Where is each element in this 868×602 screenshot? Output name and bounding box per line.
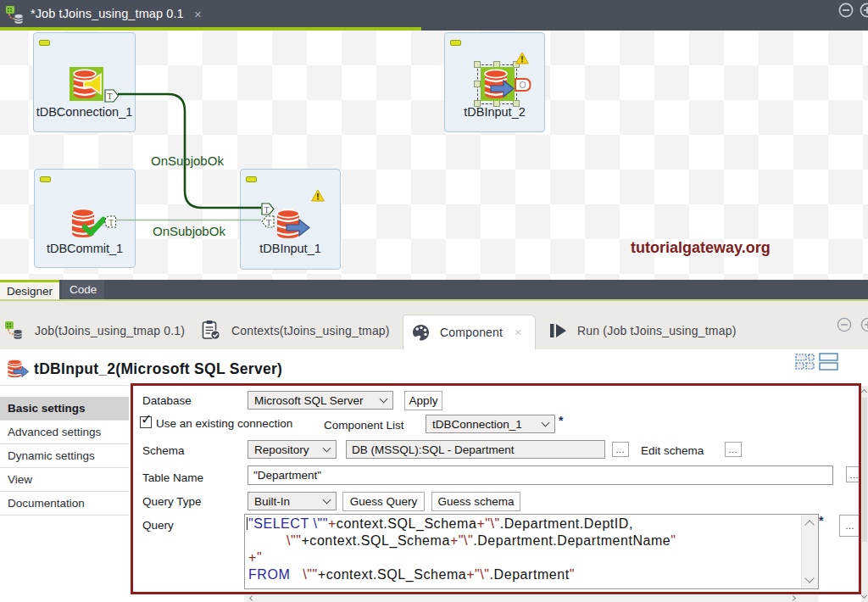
svg-text:T: T bbox=[107, 92, 112, 101]
panel-maximize-icon[interactable] bbox=[860, 317, 868, 332]
schema-type-select[interactable]: Repository bbox=[248, 440, 337, 459]
table-name-browse-button[interactable]: … bbox=[846, 466, 863, 482]
run-icon bbox=[549, 322, 567, 339]
svg-text:O: O bbox=[519, 80, 526, 90]
schema-browse-button[interactable]: … bbox=[612, 442, 629, 457]
minimize-view-icon[interactable] bbox=[838, 3, 854, 18]
scrollbar-thumb[interactable] bbox=[862, 398, 867, 542]
svg-text:T: T bbox=[108, 218, 114, 227]
tab-run[interactable]: Run (Job tJoins_using_tmap) bbox=[549, 301, 737, 349]
svg-text:T: T bbox=[266, 218, 271, 227]
sidebar-item-view[interactable]: View bbox=[0, 468, 129, 492]
sidebar-item-dynamic-settings[interactable]: Dynamic settings bbox=[0, 444, 129, 468]
scroll-down-icon[interactable] bbox=[804, 573, 814, 582]
chevron-down-icon bbox=[323, 443, 331, 452]
connection-label-onsubjobok-2[interactable]: OnSubjobOk bbox=[153, 224, 225, 238]
designer-code-bar: Designer Code bbox=[0, 280, 868, 299]
component-palette-icon bbox=[412, 324, 430, 342]
panel-minimize-icon[interactable] bbox=[837, 317, 852, 332]
component-list-select[interactable]: tDBConnection_1 bbox=[426, 415, 555, 433]
scroll-down-icon[interactable] bbox=[861, 593, 867, 599]
query-type-label: Query Type bbox=[142, 495, 202, 508]
guess-schema-button[interactable]: Guess schema bbox=[431, 492, 520, 511]
query-text: "SELECT \""+context.SQL_Schema+"\".Depar… bbox=[248, 516, 818, 583]
sidebar-item-documentation[interactable]: Documentation bbox=[0, 492, 129, 516]
component-list-select-value: tDBConnection_1 bbox=[432, 418, 522, 431]
svg-text:T: T bbox=[264, 205, 269, 215]
maximize-view-icon[interactable] bbox=[860, 3, 868, 18]
job-design-icon bbox=[5, 5, 25, 25]
query-type-select[interactable]: Built-In bbox=[248, 492, 337, 510]
tdbinput-1-icon bbox=[275, 209, 315, 242]
sidebar-top-divider bbox=[0, 385, 131, 386]
apply-button[interactable]: Apply bbox=[404, 391, 442, 410]
trigger-anchor-t-top[interactable]: T bbox=[261, 203, 275, 215]
chevron-down-icon bbox=[380, 394, 388, 403]
existing-connection-label[interactable]: Use an existing connection bbox=[156, 417, 292, 430]
tdbcommit-icon bbox=[70, 208, 107, 242]
component-header-icon bbox=[7, 358, 29, 380]
tab-contexts[interactable]: Contexts(tJoins_using_tmap) bbox=[202, 301, 390, 349]
connection-label-onsubjobok-1[interactable]: OnSubjobOk bbox=[151, 153, 224, 168]
tab-designer[interactable]: Designer bbox=[0, 280, 59, 299]
trigger-anchor-t-bottom[interactable]: T bbox=[261, 215, 275, 228]
sidebar-item-label: Dynamic settings bbox=[8, 449, 95, 462]
warning-icon bbox=[311, 189, 325, 202]
tab-job[interactable]: Job(tJoins_using_tmap 0.1) bbox=[4, 301, 185, 349]
tdbconnection-icon bbox=[70, 67, 103, 101]
scroll-left-icon[interactable] bbox=[249, 595, 255, 601]
sidebar-item-label: Advanced settings bbox=[8, 426, 101, 438]
sidebar-item-basic-settings[interactable]: Basic settings bbox=[0, 397, 129, 421]
contexts-icon bbox=[202, 320, 221, 342]
query-editor[interactable]: "SELECT \""+context.SQL_Schema+"\".Depar… bbox=[244, 514, 819, 589]
query-modified-marker: * bbox=[819, 514, 823, 527]
schema-type-select-value: Repository bbox=[254, 443, 309, 456]
rows-layout-icon[interactable] bbox=[818, 351, 840, 371]
schema-field: DB (MSSQL):SQL - Department bbox=[346, 440, 605, 459]
editor-tab-bar: *Job tJoins_using_tmap 0.1 × bbox=[0, 0, 868, 31]
database-select[interactable]: Microsoft SQL Server bbox=[248, 391, 393, 410]
database-label: Database bbox=[142, 394, 192, 407]
main-row-anchor-o[interactable]: O bbox=[515, 77, 531, 92]
tab-component-close-icon[interactable]: × bbox=[515, 326, 521, 339]
scroll-right-icon[interactable] bbox=[790, 595, 796, 601]
tab-run-label: Run (Job tJoins_using_tmap) bbox=[577, 324, 737, 337]
tdbinput-2-icon bbox=[481, 67, 515, 101]
query-horizontal-scrollbar[interactable] bbox=[244, 595, 819, 602]
warning-icon bbox=[515, 52, 529, 64]
component-list-label: Component List bbox=[324, 419, 404, 432]
tab-component-label: Component bbox=[440, 326, 503, 339]
editor-tab-title[interactable]: *Job tJoins_using_tmap 0.1 bbox=[31, 7, 184, 20]
job-design-canvas[interactable]: T tDBConnection_1 O bbox=[0, 31, 868, 280]
onsubjobok-connection-1[interactable] bbox=[118, 94, 261, 208]
checkmark-icon: ✓ bbox=[141, 411, 152, 427]
panel-vertical-scrollbar[interactable] bbox=[861, 386, 868, 602]
tab-code[interactable]: Code bbox=[62, 280, 104, 299]
scroll-up-icon[interactable] bbox=[861, 389, 867, 395]
trigger-anchor-t[interactable]: T bbox=[104, 89, 120, 103]
talend-window: *Job tJoins_using_tmap 0.1 × bbox=[0, 0, 868, 602]
bottom-panel-tab-bar: Job(tJoins_using_tmap 0.1) Contexts(tJoi… bbox=[0, 301, 868, 349]
modified-marker: * bbox=[559, 414, 563, 427]
query-expand-button[interactable]: … bbox=[839, 515, 861, 537]
edit-schema-label: Edit schema bbox=[641, 444, 704, 457]
database-select-value: Microsoft SQL Server bbox=[254, 394, 364, 407]
sidebar-item-label: Documentation bbox=[8, 497, 85, 510]
existing-connection-checkbox[interactable]: ✓ bbox=[140, 416, 152, 428]
tab-component[interactable]: Component × bbox=[403, 315, 536, 349]
table-name-input[interactable]: "Department" bbox=[248, 465, 833, 485]
chevron-down-icon bbox=[323, 495, 331, 504]
guess-query-button[interactable]: Guess Query bbox=[342, 492, 425, 511]
chevron-down-icon bbox=[542, 418, 550, 426]
edit-schema-button[interactable]: … bbox=[725, 442, 742, 457]
trigger-anchor-t[interactable]: T bbox=[103, 215, 117, 228]
scroll-up-icon[interactable] bbox=[804, 520, 814, 529]
editor-tab-close-icon[interactable]: × bbox=[194, 7, 202, 21]
connection-lines bbox=[0, 31, 868, 280]
query-vertical-scrollbar[interactable] bbox=[801, 515, 818, 588]
sidebar-item-label: Basic settings bbox=[8, 402, 86, 415]
sidebar-item-label: View bbox=[8, 473, 32, 486]
grid-layout-icon[interactable] bbox=[794, 351, 816, 371]
sidebar-item-advanced-settings[interactable]: Advanced settings bbox=[0, 421, 129, 444]
text-caret bbox=[247, 517, 248, 530]
